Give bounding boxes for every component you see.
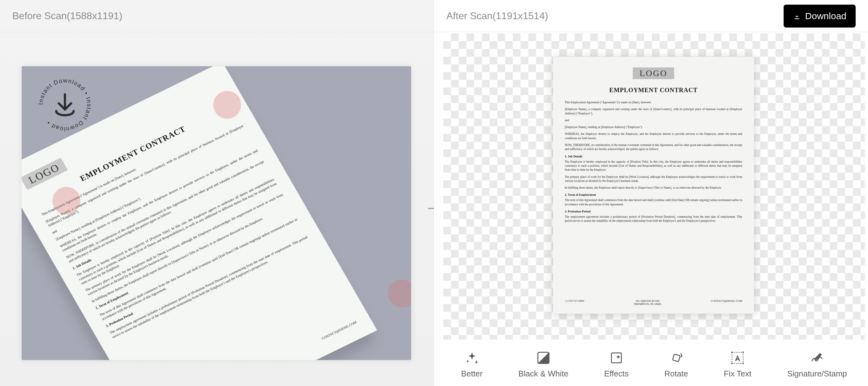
signature-icon — [810, 350, 825, 365]
tool-effects[interactable]: Effects — [604, 350, 629, 379]
crop-handle-top[interactable] — [213, 91, 241, 119]
tool-rotate[interactable]: Rotate — [664, 350, 688, 379]
after-scan-panel: After Scan(1191x1514) Download LOGO EMPL… — [434, 0, 868, 386]
svg-rect-3 — [672, 354, 680, 361]
before-header-label: Before Scan(1588x1191) — [12, 10, 122, 22]
svg-rect-4 — [732, 352, 743, 363]
tool-fix-text[interactable]: Fix Text — [724, 350, 751, 379]
svg-point-5 — [732, 351, 733, 353]
svg-point-7 — [732, 362, 733, 364]
tool-black-white[interactable]: Black & White — [518, 350, 568, 379]
crop-handle-right[interactable] — [388, 279, 411, 307]
svg-point-8 — [743, 362, 744, 364]
download-icon — [793, 12, 801, 20]
scanned-document: LOGO EMPLOYMENT CONTRACT This Employment… — [553, 57, 754, 314]
after-header: After Scan(1191x1514) Download — [434, 0, 868, 32]
svg-rect-2 — [612, 353, 621, 363]
instant-download-badge: Instant Download • Instant Download • — [34, 74, 96, 136]
arrow-icon — [427, 202, 434, 216]
sparkle-icon — [465, 350, 479, 365]
tool-signature-stamp[interactable]: Signature/Stamp — [787, 350, 847, 379]
toolbar: Better Black & White Effects Rotate Fix … — [443, 343, 865, 386]
tool-better[interactable]: Better — [461, 350, 483, 379]
before-canvas[interactable]: Instant Download • Instant Download • LO… — [0, 32, 434, 386]
doc-title-flat: EMPLOYMENT CONTRACT — [565, 87, 742, 94]
effects-icon — [609, 350, 624, 365]
contrast-icon — [536, 350, 551, 365]
before-scan-panel: Before Scan(1588x1191) Instant Download … — [0, 0, 434, 386]
text-icon — [730, 350, 745, 365]
rotate-icon — [669, 350, 684, 365]
doc-logo-flat: LOGO — [633, 67, 674, 79]
crop-handle-left[interactable] — [53, 187, 81, 215]
download-button[interactable]: Download — [784, 5, 856, 28]
svg-point-6 — [743, 351, 744, 353]
before-stage: Instant Download • Instant Download • LO… — [22, 66, 411, 360]
after-header-label: After Scan(1191x1514) — [446, 10, 548, 22]
after-canvas[interactable]: LOGO EMPLOYMENT CONTRACT This Employment… — [434, 32, 868, 386]
before-header: Before Scan(1588x1191) — [0, 0, 434, 32]
